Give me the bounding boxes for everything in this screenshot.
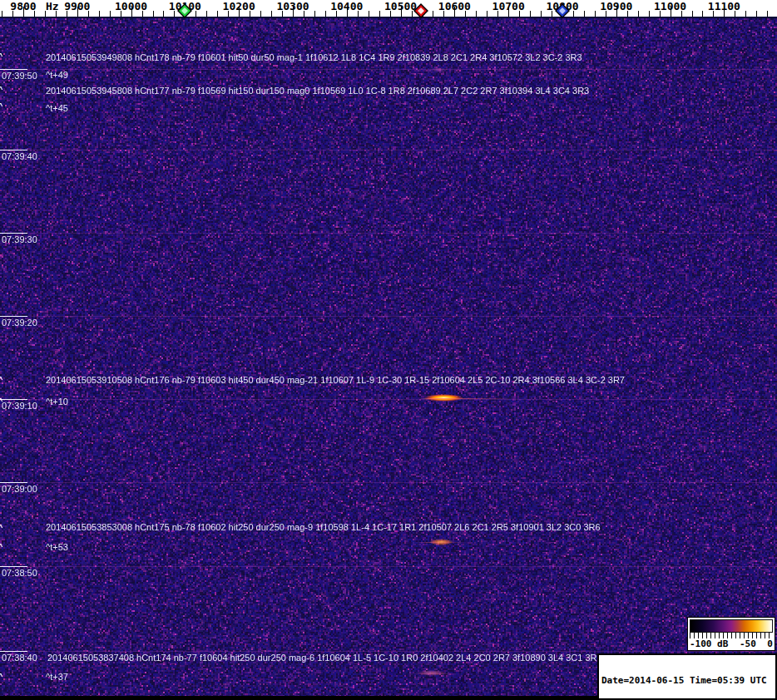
edge-caret-mark: ^ — [0, 397, 2, 405]
time-gridline — [0, 316, 777, 317]
detection-annotation: 20140615053910508 hCnt176 nb-79 f10603 h… — [46, 375, 625, 385]
time-tick — [0, 651, 27, 652]
echo-core — [417, 670, 447, 676]
blue-diamond-marker[interactable] — [555, 3, 570, 18]
edge-caret-mark: ^ — [0, 85, 2, 93]
spectrogram-screen: 07:39:5007:39:4007:39:3007:39:2007:39:10… — [0, 0, 777, 700]
edge-caret-mark: ^ — [0, 375, 2, 383]
time-gridline — [0, 399, 777, 400]
edge-caret-mark: ^ — [0, 52, 2, 60]
echo-core — [429, 539, 453, 545]
meteor-echo — [409, 670, 459, 676]
edge-caret-mark: ^ — [0, 523, 2, 531]
echo-tail-line — [414, 542, 468, 543]
red-diamond-marker[interactable] — [413, 3, 428, 18]
legend-label-mid: -50 — [740, 639, 756, 649]
legend-label-max: 0 — [767, 639, 773, 649]
ruler-label: 10000 — [106, 0, 156, 12]
time-label: 07:39:10 — [2, 401, 37, 411]
time-label: 07:39:20 — [2, 318, 37, 328]
ruler-label: 11000 — [646, 0, 695, 12]
time-tick — [0, 482, 27, 483]
meteor-echo — [426, 67, 451, 72]
ruler-label: 10400 — [322, 0, 372, 12]
meteor-echo — [414, 539, 468, 545]
time-tick — [0, 150, 27, 150]
ruler-tick — [756, 11, 757, 17]
edge-caret-mark: ^ — [0, 542, 2, 550]
detection-annotation: 20140615053853008 hCnt175 nb-78 f10602 h… — [46, 522, 601, 532]
time-tick — [0, 399, 27, 400]
ruler-unit-label: Hz — [46, 0, 59, 12]
time-gridline — [0, 233, 777, 234]
detection-time-offset: ^t+45 — [46, 103, 68, 113]
time-label: 07:39:00 — [2, 484, 37, 494]
ruler-label: 11100 — [699, 0, 749, 12]
time-label: 07:39:30 — [2, 234, 37, 244]
ruler-label: 9900 — [52, 0, 102, 12]
edge-caret-mark: ^ — [0, 101, 2, 110]
meteor-echo — [419, 394, 517, 402]
time-tick — [0, 316, 27, 317]
detection-time-offset: ^t+49 — [46, 70, 68, 80]
color-scale-ticks — [690, 633, 773, 638]
time-tick — [0, 566, 27, 567]
station-info-box: Date=2014-06-15 Time=05:39 UTC Freq=143 … — [597, 653, 777, 700]
time-gridline — [0, 69, 777, 70]
edge-caret-mark: ^ — [0, 672, 2, 680]
ruler-label: 10300 — [268, 0, 318, 12]
time-label: 07:39:40 — [2, 151, 37, 161]
time-gridline — [0, 150, 777, 150]
color-scale-labels: -100 dB -50 0 — [690, 639, 773, 649]
spectrogram-overlay: 07:39:5007:39:4007:39:3007:39:2007:39:10… — [0, 0, 777, 700]
legend-label-min: -100 dB — [690, 639, 728, 649]
echo-core — [424, 394, 463, 402]
detection-time-offset: ^t+10 — [46, 397, 68, 407]
echo-tail-line — [409, 673, 459, 674]
time-label: 07:38:40 — [2, 653, 37, 663]
info-date-time: Date=2014-06-15 Time=05:39 UTC — [601, 676, 773, 686]
time-gridline — [0, 651, 777, 652]
time-gridline — [0, 482, 777, 483]
green-diamond-marker[interactable] — [177, 3, 192, 18]
ruler-label: 10900 — [591, 0, 641, 12]
color-scale-gradient — [690, 619, 773, 633]
ruler-label: 10200 — [214, 0, 264, 12]
echo-core — [428, 67, 448, 72]
time-gridline — [0, 566, 777, 567]
ruler-label: 9800 — [0, 0, 48, 12]
detection-annotation: 20140615053837408 hCnt174 nb-77 f10604 h… — [47, 653, 602, 663]
detection-annotation: 20140615053945808 hCnt177 nb-79 f10569 h… — [46, 86, 589, 96]
ruler-label: 10600 — [429, 0, 479, 12]
time-label: 07:38:50 — [2, 568, 37, 578]
time-label: 07:39:50 — [2, 71, 37, 81]
color-scale-legend: -100 dB -50 0 — [687, 617, 775, 651]
time-tick — [0, 233, 27, 234]
time-tick — [0, 69, 27, 70]
ruler-label: 10700 — [483, 0, 533, 12]
ruler-tick — [767, 11, 768, 17]
frequency-ruler: 9800990010000101001020010300104001050010… — [0, 0, 777, 18]
detection-time-offset: ^t+53 — [46, 542, 68, 552]
detection-time-offset: ^t+37 — [46, 672, 68, 682]
detection-annotation: 20140615053949808 hCnt178 nb-79 f10601 h… — [46, 52, 582, 62]
